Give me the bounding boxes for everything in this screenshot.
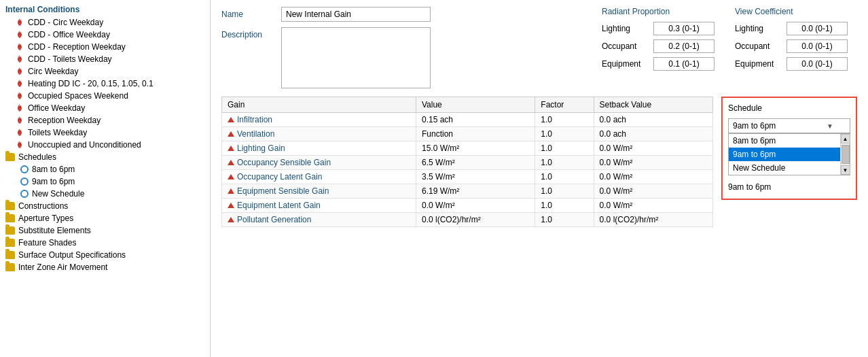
sidebar-item-cdd---office-weekday[interactable]: CDD - Office Weekday [0,29,210,41]
col-gain: Gain [222,97,416,113]
triangle-icon [228,117,234,122]
radiant-equipment-row: Equipment [602,57,724,71]
chevron-down-icon: ▼ [827,122,833,130]
gain-name-label: Equipment Sensible Gain [237,186,329,196]
triangle-icon [228,203,234,208]
gain-value: Function [416,127,535,141]
svg-point-5 [19,84,21,86]
flame-icon [15,128,24,137]
internal-conditions-items: CDD - Circ Weekday CDD - Office Weekday … [0,16,210,151]
table-row: Occupancy Latent Gain 3.5 W/m² 1.0 0.0 W… [222,170,713,184]
view-lighting-row: Lighting [735,22,857,35]
sidebar-schedule-item[interactable]: New Schedule [0,188,210,200]
table-row: Lighting Gain 15.0 W/m² 1.0 0.0 W/m² [222,141,713,156]
flame-icon [15,30,24,39]
view-lighting-input[interactable] [786,22,848,35]
gain-setback: 0.0 W/m² [594,156,712,170]
sidebar-item-heating-dd-ic---20,-0.15,-1.05,-0.1[interactable]: Heating DD IC - 20, 0.15, 1.05, 0.1 [0,78,210,90]
gain-factor: 1.0 [535,113,594,127]
sidebar-item-toilets-weekday[interactable]: Toilets Weekday [0,126,210,139]
circle-icon [20,165,29,173]
schedule-panel-title: Schedule [728,103,850,113]
table-header-row: Gain Value Factor Setback Value [222,97,713,113]
flame-icon [15,140,24,150]
col-value: Value [416,97,535,113]
sidebar-item-reception-weekday[interactable]: Reception Weekday [0,114,210,126]
folder-icon [5,251,15,259]
sidebar-folder-aperture-types[interactable]: Aperture Types [0,212,210,224]
sidebar-item-cdd---circ-weekday[interactable]: CDD - Circ Weekday [0,16,210,29]
sidebar-section-internal-conditions[interactable]: Internal Conditions [0,3,210,16]
sidebar-folder-inter-zone-air-movement[interactable]: Inter Zone Air Movement [0,261,210,273]
gain-name-label: Pollutant Generation [237,215,311,224]
circle-icon [20,190,29,198]
main-content: Name Description Radiant Proportion Ligh… [211,0,868,357]
triangle-icon [228,131,234,137]
sidebar-item-cdd---toilets-weekday[interactable]: CDD - Toilets Weekday [0,53,210,65]
radiant-lighting-label: Lighting [602,24,649,33]
gain-setback: 0.0 W/m² [594,184,712,199]
sidebar-item-office-weekday[interactable]: Office Weekday [0,102,210,114]
view-occupant-label: Occupant [735,41,782,51]
name-input[interactable] [281,7,431,22]
sidebar-schedule-item[interactable]: 8am to 6pm [0,163,210,175]
option-8am[interactable]: 8am to 6pm [729,134,840,148]
svg-point-4 [19,71,21,74]
svg-point-1 [19,35,21,37]
description-row: Description [221,27,591,88]
gain-value: 6.5 W/m² [416,156,535,170]
radiant-occupant-input[interactable] [653,39,715,53]
radiant-lighting-input[interactable] [653,22,715,35]
schedule-dropdown-selected[interactable]: 9am to 6pm ▼ [728,118,850,133]
gain-setback: 0.0 ach [594,113,712,127]
svg-point-3 [19,59,21,62]
scrollbar-down-btn[interactable]: ▼ [841,165,850,175]
option-new-schedule[interactable]: New Schedule [729,161,840,175]
table-row: Pollutant Generation 0.0 l(CO2)/hr/m² 1.… [222,213,713,227]
sidebar-item-occupied-spaces-weekend[interactable]: Occupied Spaces Weekend [0,90,210,102]
radiant-proportion-section: Radiant Proportion Lighting Occupant Equ… [602,7,724,88]
schedule-panel: Schedule 9am to 6pm ▼ 8am to 6pm 9am to … [721,97,857,200]
flame-icon [15,18,24,27]
col-factor: Factor [535,97,594,113]
gain-factor: 1.0 [535,127,594,141]
flame-icon [15,79,24,88]
form-top: Name Description Radiant Proportion Ligh… [221,7,857,88]
triangle-icon [228,146,234,151]
view-equipment-input[interactable] [786,57,848,71]
gain-value: 3.5 W/m² [416,170,535,184]
sidebar-item-circ-weekday[interactable]: Circ Weekday [0,65,210,78]
radiant-equipment-label: Equipment [602,59,649,69]
scrollbar-up-btn[interactable]: ▲ [841,134,850,143]
description-textarea[interactable] [281,27,431,88]
other-sections: ConstructionsAperture TypesSubstitute El… [0,200,210,273]
sidebar-folder-feature-shades[interactable]: Feature Shades [0,237,210,249]
view-lighting-label: Lighting [735,24,782,33]
name-label: Name [221,7,276,19]
gain-setback: 0.0 ach [594,127,712,141]
table-row: Equipment Sensible Gain 6.19 W/m² 1.0 0.… [222,184,713,199]
view-occupant-input[interactable] [786,39,848,53]
view-coefficient-section: View Coefficient Lighting Occupant Equip… [735,7,857,88]
sidebar-folder-substitute-elements[interactable]: Substitute Elements [0,224,210,237]
radiant-occupant-label: Occupant [602,41,649,51]
table-row: Equipment Latent Gain 0.0 W/m² 1.0 0.0 W… [222,199,713,213]
table-row: Occupancy Sensible Gain 6.5 W/m² 1.0 0.0… [222,156,713,170]
table-row: Infiltration 0.15 ach 1.0 0.0 ach [222,113,713,127]
radiant-equipment-input[interactable] [653,57,715,71]
radiant-title: Radiant Proportion [602,7,724,16]
svg-point-10 [19,145,21,148]
circle-icon [20,177,29,186]
sidebar-folder-surface-output-specifications[interactable]: Surface Output Specifications [0,249,210,261]
sidebar-item-unoccupied-and-unconditioned[interactable]: Unoccupied and Unconditioned [0,139,210,151]
sidebar-schedule-item[interactable]: 9am to 6pm [0,175,210,188]
view-occupant-row: Occupant [735,39,857,53]
sidebar-item-cdd---reception-weekday[interactable]: CDD - Reception Weekday [0,41,210,53]
svg-point-7 [19,108,21,111]
table-row: Ventilation Function 1.0 0.0 ach [222,127,713,141]
option-9am[interactable]: 9am to 6pm [729,148,840,161]
schedule-items: 8am to 6pm9am to 6pmNew Schedule [0,163,210,200]
sidebar-folder-constructions[interactable]: Constructions [0,200,210,212]
gain-value: 0.0 l(CO2)/hr/m² [416,213,535,227]
sidebar-section-schedules[interactable]: Schedules [0,151,210,163]
